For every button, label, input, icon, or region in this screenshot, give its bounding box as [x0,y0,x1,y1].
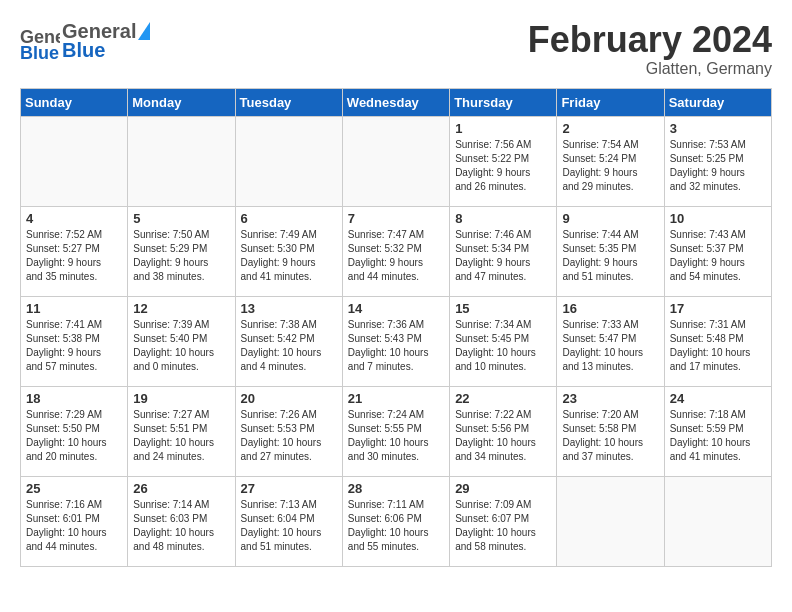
logo-wrapper: General Blue General Blue [20,20,150,62]
day-number: 9 [562,211,658,226]
calendar-cell: 27Sunrise: 7:13 AM Sunset: 6:04 PM Dayli… [235,476,342,566]
calendar-cell: 5Sunrise: 7:50 AM Sunset: 5:29 PM Daylig… [128,206,235,296]
calendar-cell: 15Sunrise: 7:34 AM Sunset: 5:45 PM Dayli… [450,296,557,386]
day-info: Sunrise: 7:52 AM Sunset: 5:27 PM Dayligh… [26,228,122,284]
day-info: Sunrise: 7:36 AM Sunset: 5:43 PM Dayligh… [348,318,444,374]
day-number: 14 [348,301,444,316]
day-info: Sunrise: 7:31 AM Sunset: 5:48 PM Dayligh… [670,318,766,374]
calendar-cell: 3Sunrise: 7:53 AM Sunset: 5:25 PM Daylig… [664,116,771,206]
column-header-monday: Monday [128,88,235,116]
day-info: Sunrise: 7:11 AM Sunset: 6:06 PM Dayligh… [348,498,444,554]
calendar-cell: 22Sunrise: 7:22 AM Sunset: 5:56 PM Dayli… [450,386,557,476]
calendar-cell: 8Sunrise: 7:46 AM Sunset: 5:34 PM Daylig… [450,206,557,296]
column-header-sunday: Sunday [21,88,128,116]
day-number: 26 [133,481,229,496]
calendar-cell: 24Sunrise: 7:18 AM Sunset: 5:59 PM Dayli… [664,386,771,476]
day-number: 27 [241,481,337,496]
calendar-cell: 19Sunrise: 7:27 AM Sunset: 5:51 PM Dayli… [128,386,235,476]
day-number: 12 [133,301,229,316]
logo-triangle [138,22,150,40]
week-row-2: 4Sunrise: 7:52 AM Sunset: 5:27 PM Daylig… [21,206,772,296]
day-number: 7 [348,211,444,226]
location: Glatten, Germany [528,60,772,78]
column-header-wednesday: Wednesday [342,88,449,116]
calendar-cell: 28Sunrise: 7:11 AM Sunset: 6:06 PM Dayli… [342,476,449,566]
calendar-cell: 1Sunrise: 7:56 AM Sunset: 5:22 PM Daylig… [450,116,557,206]
day-info: Sunrise: 7:47 AM Sunset: 5:32 PM Dayligh… [348,228,444,284]
week-row-5: 25Sunrise: 7:16 AM Sunset: 6:01 PM Dayli… [21,476,772,566]
day-info: Sunrise: 7:26 AM Sunset: 5:53 PM Dayligh… [241,408,337,464]
day-info: Sunrise: 7:46 AM Sunset: 5:34 PM Dayligh… [455,228,551,284]
calendar-cell: 16Sunrise: 7:33 AM Sunset: 5:47 PM Dayli… [557,296,664,386]
calendar-cell: 11Sunrise: 7:41 AM Sunset: 5:38 PM Dayli… [21,296,128,386]
day-number: 22 [455,391,551,406]
calendar-cell [128,116,235,206]
day-number: 1 [455,121,551,136]
day-info: Sunrise: 7:33 AM Sunset: 5:47 PM Dayligh… [562,318,658,374]
calendar-cell: 2Sunrise: 7:54 AM Sunset: 5:24 PM Daylig… [557,116,664,206]
day-info: Sunrise: 7:53 AM Sunset: 5:25 PM Dayligh… [670,138,766,194]
day-number: 20 [241,391,337,406]
day-info: Sunrise: 7:18 AM Sunset: 5:59 PM Dayligh… [670,408,766,464]
logo-blue-text: Blue [62,39,150,62]
column-header-tuesday: Tuesday [235,88,342,116]
day-info: Sunrise: 7:13 AM Sunset: 6:04 PM Dayligh… [241,498,337,554]
day-number: 28 [348,481,444,496]
calendar-cell: 4Sunrise: 7:52 AM Sunset: 5:27 PM Daylig… [21,206,128,296]
calendar-cell: 23Sunrise: 7:20 AM Sunset: 5:58 PM Dayli… [557,386,664,476]
column-header-friday: Friday [557,88,664,116]
header-row: SundayMondayTuesdayWednesdayThursdayFrid… [21,88,772,116]
day-number: 6 [241,211,337,226]
day-number: 24 [670,391,766,406]
week-row-1: 1Sunrise: 7:56 AM Sunset: 5:22 PM Daylig… [21,116,772,206]
day-info: Sunrise: 7:14 AM Sunset: 6:03 PM Dayligh… [133,498,229,554]
day-info: Sunrise: 7:39 AM Sunset: 5:40 PM Dayligh… [133,318,229,374]
day-number: 16 [562,301,658,316]
calendar-cell: 13Sunrise: 7:38 AM Sunset: 5:42 PM Dayli… [235,296,342,386]
calendar-cell: 21Sunrise: 7:24 AM Sunset: 5:55 PM Dayli… [342,386,449,476]
day-number: 23 [562,391,658,406]
day-info: Sunrise: 7:44 AM Sunset: 5:35 PM Dayligh… [562,228,658,284]
calendar-body: 1Sunrise: 7:56 AM Sunset: 5:22 PM Daylig… [21,116,772,566]
page-header: General Blue General Blue February 2024 … [20,20,772,78]
day-number: 8 [455,211,551,226]
calendar-cell [235,116,342,206]
day-number: 25 [26,481,122,496]
column-header-thursday: Thursday [450,88,557,116]
day-number: 17 [670,301,766,316]
day-info: Sunrise: 7:09 AM Sunset: 6:07 PM Dayligh… [455,498,551,554]
day-info: Sunrise: 7:24 AM Sunset: 5:55 PM Dayligh… [348,408,444,464]
column-header-saturday: Saturday [664,88,771,116]
calendar-table: SundayMondayTuesdayWednesdayThursdayFrid… [20,88,772,567]
week-row-3: 11Sunrise: 7:41 AM Sunset: 5:38 PM Dayli… [21,296,772,386]
calendar-cell [664,476,771,566]
day-info: Sunrise: 7:56 AM Sunset: 5:22 PM Dayligh… [455,138,551,194]
day-info: Sunrise: 7:20 AM Sunset: 5:58 PM Dayligh… [562,408,658,464]
calendar-cell: 7Sunrise: 7:47 AM Sunset: 5:32 PM Daylig… [342,206,449,296]
calendar-cell: 18Sunrise: 7:29 AM Sunset: 5:50 PM Dayli… [21,386,128,476]
week-row-4: 18Sunrise: 7:29 AM Sunset: 5:50 PM Dayli… [21,386,772,476]
day-info: Sunrise: 7:49 AM Sunset: 5:30 PM Dayligh… [241,228,337,284]
day-info: Sunrise: 7:38 AM Sunset: 5:42 PM Dayligh… [241,318,337,374]
day-number: 4 [26,211,122,226]
day-info: Sunrise: 7:41 AM Sunset: 5:38 PM Dayligh… [26,318,122,374]
day-number: 2 [562,121,658,136]
day-info: Sunrise: 7:50 AM Sunset: 5:29 PM Dayligh… [133,228,229,284]
calendar-cell: 20Sunrise: 7:26 AM Sunset: 5:53 PM Dayli… [235,386,342,476]
day-number: 15 [455,301,551,316]
calendar-cell: 25Sunrise: 7:16 AM Sunset: 6:01 PM Dayli… [21,476,128,566]
day-number: 3 [670,121,766,136]
day-info: Sunrise: 7:54 AM Sunset: 5:24 PM Dayligh… [562,138,658,194]
calendar-cell [342,116,449,206]
day-number: 19 [133,391,229,406]
calendar-header: SundayMondayTuesdayWednesdayThursdayFrid… [21,88,772,116]
day-number: 10 [670,211,766,226]
month-title: February 2024 [528,20,772,60]
title-section: February 2024 Glatten, Germany [528,20,772,78]
day-number: 21 [348,391,444,406]
day-info: Sunrise: 7:16 AM Sunset: 6:01 PM Dayligh… [26,498,122,554]
day-info: Sunrise: 7:27 AM Sunset: 5:51 PM Dayligh… [133,408,229,464]
calendar-cell: 10Sunrise: 7:43 AM Sunset: 5:37 PM Dayli… [664,206,771,296]
day-info: Sunrise: 7:29 AM Sunset: 5:50 PM Dayligh… [26,408,122,464]
calendar-cell [21,116,128,206]
